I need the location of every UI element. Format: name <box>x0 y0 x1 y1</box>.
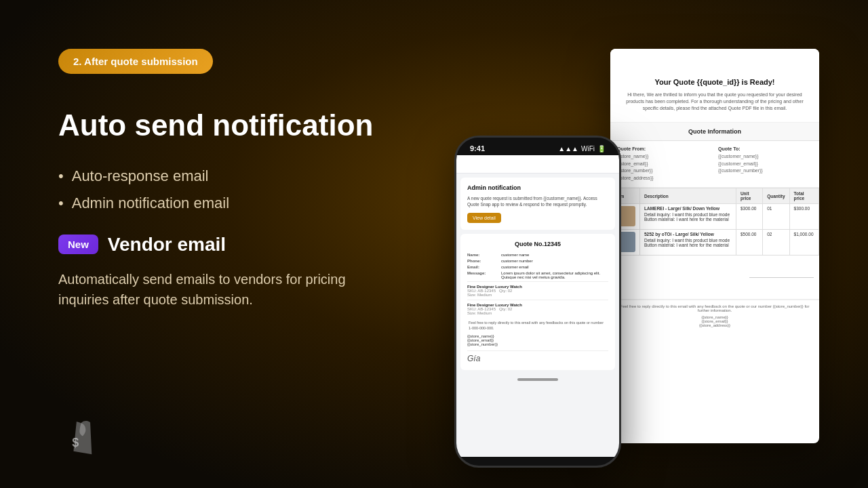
main-title: Auto send notification <box>58 108 438 143</box>
to-customer-number: {{customer_number}} <box>718 167 812 175</box>
phone-status-bar: 9:41 ▲▲▲ WiFi 🔋 <box>456 138 619 155</box>
products-table: Item Description Unit price Quantity Tot… <box>610 188 819 256</box>
eco-label: Eco-friendly options: <box>616 287 745 291</box>
message-label: Message: <box>467 271 501 279</box>
svg-text:$: $ <box>72 436 79 449</box>
to-customer-name: {{customer_name}} <box>718 153 812 161</box>
col-description: Description <box>640 188 736 204</box>
bullet-list: Auto-response email Admin notification e… <box>58 167 438 212</box>
to-values: {{customer_name}} {{customer_email}} {{c… <box>718 153 812 175</box>
budget-value: $3,000.00 <box>616 282 745 287</box>
admin-notification-title: Admin notification <box>467 184 608 191</box>
phone-nav-bar: ← ⊞ 🗑 ✉ ⋯ <box>456 155 619 174</box>
email-label: Email: <box>467 265 501 269</box>
budget-label: Your specific budget: <box>616 277 745 282</box>
bottom-icons: ⊙ ◇ ↗ <box>587 355 608 361</box>
from-store-number: {{store_number}} <box>617 167 711 175</box>
name-value: customer name <box>501 253 608 257</box>
nav-icon-3[interactable]: ✉ <box>592 160 598 169</box>
left-content: Auto send notification Auto-response ema… <box>58 108 438 310</box>
back-icon[interactable]: ← <box>465 159 473 169</box>
message-value: Lorem ipsum dolor sit amet, consectetur … <box>501 271 608 279</box>
product2-size: Size: Medium <box>467 311 608 315</box>
phone-value: customer number <box>501 259 608 263</box>
quote-section: Quote No.12345 Name: customer name Phone… <box>460 234 615 369</box>
from-store-address: {{store_address}} <box>617 175 711 182</box>
new-badge: New <box>58 235 98 254</box>
footer-text: Feel free to reply directly to this emai… <box>617 304 812 312</box>
from-store-email: {{store_email}} <box>617 161 711 168</box>
product1-desc-cell: LAMEREI - Large/ Silk/ Down Yellow Detai… <box>640 204 736 230</box>
product1-unit-price: $300.00 <box>736 204 762 230</box>
phone-mockup: 9:41 ▲▲▲ WiFi 🔋 ← ⊞ 🗑 ✉ ⋯ Admin notifica… <box>454 136 621 468</box>
phone-status-icons: ▲▲▲ WiFi 🔋 <box>558 145 606 152</box>
product2-unit-price: $500.00 <box>736 230 762 256</box>
email-from-to-section: Quote From: {{store_name}} {{store_email… <box>610 141 819 188</box>
grand-total-row: Grand Total $1,350.00 <box>749 277 814 284</box>
to-label: Quote To: <box>718 146 812 151</box>
quote-to-column: Quote To: {{customer_name}} {{customer_e… <box>718 146 812 182</box>
fabric-usage-note: Fabric usage: Understanding the applicat… <box>616 268 745 277</box>
quote-number-title: Quote No.12345 <box>467 241 608 247</box>
vendor-description: Automatically send emails to vendors for… <box>58 269 397 310</box>
phone-bottom-bar: Gía ⊙ ◇ ↗ <box>467 350 608 363</box>
bullet-item-1: Auto-response email <box>58 167 438 185</box>
phone-label: Phone: <box>467 259 501 263</box>
product-item-2: Fine Designer Luxury Watch SKU: AB-12345… <box>467 300 608 318</box>
quote-phone-field: Phone: customer number <box>467 259 608 263</box>
step-badge: 2. After quote submission <box>58 49 213 74</box>
extra-info-section: Type of Fabric: Cotton, linen & Silk Fab… <box>610 256 819 300</box>
from-values: {{store_name}} {{store_email}} {{store_n… <box>617 153 711 182</box>
home-indicator <box>517 378 558 381</box>
bottom-icon-1[interactable]: ⊙ <box>587 355 591 361</box>
footer-store-info: {{store_name}} {{store_email}} {{store_a… <box>617 315 812 327</box>
product1-total: $300.00 <box>789 204 818 230</box>
nav-icon-1[interactable]: ⊞ <box>568 160 574 169</box>
product2-desc-cell: 5252 by oTOi - Large/ Silk/ Yellow Detai… <box>640 230 736 256</box>
tax-row: Tax $0 <box>749 272 814 277</box>
nav-icon-4[interactable]: ⋯ <box>604 160 611 169</box>
col-unit-price: Unit price <box>736 188 762 204</box>
quote-info-header: Quote Information <box>610 123 819 141</box>
product2-quantity: 02 <box>763 230 789 256</box>
quote-name-field: Name: customer name <box>467 253 608 257</box>
table-row-product1: LAMEREI - Large/ Silk/ Down Yellow Detai… <box>611 204 819 230</box>
product1-name: LAMEREI - Large/ Silk/ Down Yellow <box>644 206 732 211</box>
product1-size: Size: Medium <box>467 293 608 297</box>
product2-total: $1,000.00 <box>789 230 818 256</box>
subtotal-row: Sub Total $1,300.00 <box>749 258 814 263</box>
quote-from-column: Quote From: {{store_name}} {{store_email… <box>617 146 711 182</box>
vendor-label: Vendor email <box>108 234 226 256</box>
email-value: customer email <box>501 265 608 269</box>
email-footer-section: Feel free to reply directly to this emai… <box>610 300 819 331</box>
from-label: Quote From: <box>617 146 711 151</box>
to-customer-email: {{customer_email}} <box>718 161 812 168</box>
quote-email-field: Email: customer email <box>467 265 608 269</box>
phone-content: Admin notification A new quote request i… <box>456 174 619 457</box>
view-detail-button[interactable]: View detail <box>467 213 501 223</box>
eco-value: Organic cotton, bamboo, and recycled pol… <box>616 291 745 296</box>
phone-footer-text: Feel free to reply directly to this emai… <box>467 321 608 331</box>
footer-store-address: {{store_address}} <box>617 323 812 327</box>
nav-icon-2[interactable]: 🗑 <box>579 160 587 169</box>
discount-row: Discount $0 <box>749 263 814 268</box>
shipping-row: Shipping $50.00 <box>749 268 814 272</box>
bullet-item-2: Admin notification email <box>58 195 438 212</box>
product1-detail: Detail inquiry: I want this product blue… <box>644 212 732 222</box>
bottom-icon-3[interactable]: ↗ <box>604 355 608 361</box>
price-summary: Sub Total $1,300.00 Discount $0 Shipping… <box>749 258 814 296</box>
product1-quantity: 01 <box>763 204 789 230</box>
email-document-mockup: ≡ Your Quote {{quote_id}} is Ready! Hi t… <box>610 49 819 443</box>
product-item-1: Fine Designer Luxury Watch SKU: AB-12345… <box>467 281 608 300</box>
bottom-icon-2[interactable]: ◇ <box>595 355 599 361</box>
table-row-product2: 5252 by oTOi - Large/ Silk/ Yellow Detai… <box>611 230 819 256</box>
email-intro-text: Hi there, We are thrilled to inform you … <box>621 92 808 111</box>
quote-message-field: Message: Lorem ipsum dolor sit amet, con… <box>467 271 608 279</box>
from-store-name: {{store_name}} <box>617 153 711 161</box>
shopify-icon: $ <box>58 415 96 460</box>
col-quantity: Quantity <box>763 188 789 204</box>
home-bar <box>456 374 619 385</box>
email-main-title: Your Quote {{quote_id}} is Ready! <box>621 78 808 86</box>
fabric-type-value: Cotton, linen & Silk <box>616 263 745 268</box>
col-total-price: Total price <box>789 188 818 204</box>
